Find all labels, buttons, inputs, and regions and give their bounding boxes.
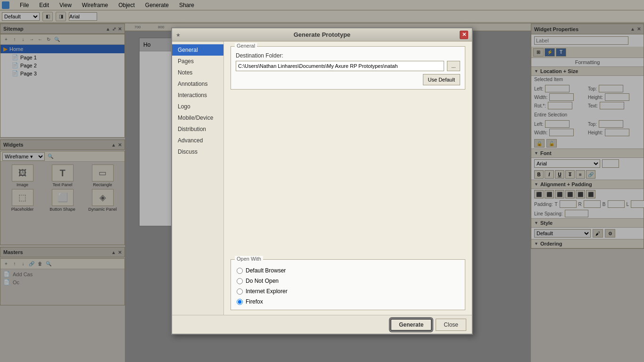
modal-titlebar: ★ Generate Prototype ✕ — [172, 28, 472, 41]
generate-prototype-modal: ★ Generate Prototype ✕ General Pages Not… — [171, 27, 473, 335]
radio-firefox[interactable]: Firefox — [237, 298, 459, 305]
modal-body: General Pages Notes Annotations Interact… — [172, 41, 472, 315]
destination-input-row: ... — [236, 61, 460, 71]
open-with-label: Open With — [235, 256, 263, 262]
open-with-group: Open With Default Browser Do Not Open — [231, 259, 465, 310]
browse-btn[interactable]: ... — [447, 61, 460, 71]
modal-footer: Generate Close — [172, 315, 472, 334]
radio-ie-label: Internet Explorer — [246, 288, 288, 295]
nav-mobile-device[interactable]: Mobile/Device — [172, 112, 223, 123]
radio-default-browser-label: Default Browser — [246, 267, 286, 274]
nav-pages[interactable]: Pages — [172, 56, 223, 67]
radio-default-browser-input[interactable] — [237, 268, 243, 274]
app-background: File Edit View Wireframe Object Generate… — [0, 0, 644, 362]
radio-group: Default Browser Do Not Open Internet Exp… — [237, 264, 459, 305]
nav-distribution[interactable]: Distribution — [172, 123, 223, 135]
radio-do-not-open-label: Do Not Open — [246, 278, 279, 284]
modal-titlebar-spacer: ★ — [176, 32, 184, 38]
use-default-row: Use Default — [236, 74, 460, 85]
destination-label: Destination Folder: — [236, 52, 283, 59]
modal-overlay: ★ Generate Prototype ✕ General Pages Not… — [0, 0, 644, 362]
nav-notes[interactable]: Notes — [172, 67, 223, 78]
nav-advanced[interactable]: Advanced — [172, 135, 223, 146]
nav-interactions[interactable]: Interactions — [172, 90, 223, 101]
general-group: General Destination Folder: ... Use Defa… — [231, 46, 465, 90]
content-spacer — [231, 93, 465, 252]
radio-do-not-open-input[interactable] — [237, 278, 243, 284]
nav-annotations[interactable]: Annotations — [172, 78, 223, 90]
modal-app-icon: ★ — [176, 32, 181, 38]
nav-logo[interactable]: Logo — [172, 101, 223, 112]
modal-footer-close-btn[interactable]: Close — [436, 319, 466, 331]
nav-general[interactable]: General — [172, 44, 223, 56]
destination-input[interactable] — [236, 61, 444, 71]
generate-btn[interactable]: Generate — [390, 319, 432, 331]
modal-content: General Destination Folder: ... Use Defa… — [224, 41, 472, 315]
radio-ie[interactable]: Internet Explorer — [237, 288, 459, 295]
radio-firefox-input[interactable] — [237, 299, 243, 305]
radio-ie-input[interactable] — [237, 288, 243, 295]
destination-row: Destination Folder: — [236, 52, 460, 59]
radio-default-browser[interactable]: Default Browser — [237, 267, 459, 274]
modal-close-x-btn[interactable]: ✕ — [460, 31, 468, 39]
general-group-label: General — [235, 43, 257, 49]
modal-title: Generate Prototype — [184, 31, 460, 38]
nav-discuss[interactable]: Discuss — [172, 146, 223, 157]
radio-do-not-open[interactable]: Do Not Open — [237, 278, 459, 284]
radio-firefox-label: Firefox — [246, 298, 263, 305]
modal-nav: General Pages Notes Annotations Interact… — [172, 41, 224, 315]
use-default-btn[interactable]: Use Default — [423, 74, 460, 85]
